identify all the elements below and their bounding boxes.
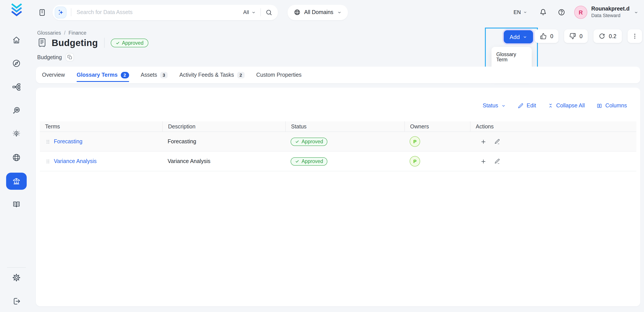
term-description: Forecasting <box>168 138 196 145</box>
columns-icon <box>596 103 602 108</box>
sidebar-item-home[interactable] <box>6 33 27 47</box>
term-link[interactable]: Variance Analysis <box>54 158 97 164</box>
tab-custom-properties[interactable]: Custom Properties <box>256 67 302 83</box>
status-filter-label: Status <box>483 103 498 109</box>
domains-filter-button[interactable]: All Domains <box>288 5 348 20</box>
add-child-term-button[interactable] <box>480 158 487 165</box>
user-info[interactable]: Rounakpreet.d Data Steward <box>591 6 630 19</box>
menu-item-glossary-term[interactable]: Glossary Term <box>492 50 532 64</box>
notifications-button[interactable] <box>538 7 549 18</box>
breadcrumb-finance-link[interactable]: Finance <box>68 30 86 36</box>
open-book-icon <box>12 200 21 209</box>
sidebar-item-lineage[interactable] <box>6 80 27 94</box>
pencil-icon <box>494 138 500 145</box>
language-label: EN <box>514 9 521 15</box>
owner-initial: P <box>413 159 417 164</box>
column-header-status[interactable]: Status <box>285 121 404 132</box>
sidebar-item-observability[interactable] <box>6 104 27 117</box>
sidebar-divider <box>7 267 26 268</box>
drag-handle-icon[interactable] <box>45 159 51 164</box>
column-header-actions[interactable]: Actions <box>470 121 636 132</box>
language-select[interactable]: EN <box>514 9 527 15</box>
panel-toggle-icon <box>38 8 46 17</box>
check-icon <box>295 159 299 164</box>
tab-label: Custom Properties <box>256 72 302 78</box>
pencil-icon <box>494 158 500 164</box>
sidebar-item-insights[interactable] <box>6 127 27 141</box>
term-status-label: Approved <box>302 139 323 144</box>
globe-icon <box>294 9 301 16</box>
tab-assets[interactable]: Assets 3 <box>141 67 168 83</box>
version-button[interactable]: 0.2 <box>594 29 622 43</box>
ai-search-button[interactable] <box>55 6 66 18</box>
tab-label: Assets <box>141 72 157 78</box>
upvote-count: 0 <box>550 33 553 39</box>
user-menu-caret[interactable] <box>634 10 638 15</box>
check-icon <box>115 41 120 45</box>
sidebar-item-settings[interactable] <box>6 271 27 284</box>
sidebar-item-govern[interactable] <box>6 173 27 190</box>
search-divider <box>260 8 261 16</box>
insights-icon <box>12 129 21 139</box>
search-divider <box>71 8 71 16</box>
sidebar-item-glossary[interactable] <box>6 198 27 211</box>
page-title: Budgeting <box>52 38 98 48</box>
user-avatar[interactable]: R <box>574 6 587 19</box>
downvote-button[interactable]: 0 <box>564 29 588 43</box>
column-header-description[interactable]: Description <box>162 121 285 132</box>
downvote-count: 0 <box>580 33 582 39</box>
user-name: Rounakpreet.d <box>591 6 630 13</box>
collapse-all-button[interactable]: Collapse All <box>548 103 585 109</box>
sidebar-toggle-button[interactable] <box>37 7 48 18</box>
edit-label: Edit <box>527 103 536 109</box>
term-status-badge: Approved <box>290 137 327 146</box>
bank-icon <box>12 176 21 186</box>
sidebar-item-domains[interactable] <box>6 151 27 164</box>
sidebar-item-logout[interactable] <box>6 294 27 307</box>
app-logo[interactable] <box>11 3 22 17</box>
add-button[interactable]: Add <box>504 30 533 43</box>
page-subtitle: Budgeting <box>37 54 62 60</box>
upvote-button[interactable]: 0 <box>535 29 558 43</box>
chevron-down-icon <box>522 34 527 39</box>
add-button-label: Add <box>510 34 520 40</box>
help-button[interactable] <box>556 7 567 18</box>
page-subtitle-row: Budgeting <box>37 53 74 61</box>
collapse-icon <box>548 103 553 108</box>
term-status-badge: Approved <box>290 157 327 166</box>
table-header-row: Terms Description Status Owners Actions <box>40 121 636 132</box>
column-header-terms[interactable]: Terms <box>40 121 162 132</box>
edit-term-button[interactable] <box>494 158 500 164</box>
observability-icon <box>12 106 21 115</box>
column-header-owners[interactable]: Owners <box>404 121 470 132</box>
breadcrumb-separator: / <box>64 30 66 36</box>
edit-button[interactable]: Edit <box>518 103 536 109</box>
tab-glossary-terms[interactable]: Glossary Terms 2 <box>76 67 129 83</box>
chevron-down-icon <box>501 103 506 108</box>
tab-overview[interactable]: Overview <box>42 67 65 83</box>
copy-name-button[interactable] <box>66 53 74 61</box>
status-filter-button[interactable]: Status <box>483 103 506 109</box>
columns-button[interactable]: Columns <box>596 103 627 109</box>
top-bar: All All Domains EN <box>33 0 644 25</box>
breadcrumb-glossaries-link[interactable]: Glossaries <box>37 30 61 36</box>
check-icon <box>295 139 299 144</box>
search-input[interactable] <box>76 9 243 16</box>
gear-icon <box>12 273 21 282</box>
add-child-term-button[interactable] <box>480 138 487 145</box>
search-scope-select[interactable]: All <box>243 9 256 15</box>
search-scope-label: All <box>243 9 249 15</box>
tab-count-badge: 2 <box>237 72 244 78</box>
owner-avatar[interactable]: P <box>410 136 420 147</box>
term-link[interactable]: Forecasting <box>54 138 82 145</box>
drag-handle-icon[interactable] <box>45 139 51 144</box>
search-submit-button[interactable] <box>265 9 273 16</box>
sidebar-item-explore[interactable] <box>6 57 27 70</box>
collapse-all-label: Collapse All <box>556 103 585 109</box>
edit-term-button[interactable] <box>494 138 500 145</box>
tab-label: Overview <box>42 72 65 78</box>
tab-activity-feeds[interactable]: Activity Feeds & Tasks 2 <box>180 67 244 83</box>
owner-avatar[interactable]: P <box>410 156 420 167</box>
more-options-button[interactable] <box>627 29 642 43</box>
columns-label: Columns <box>605 103 627 109</box>
